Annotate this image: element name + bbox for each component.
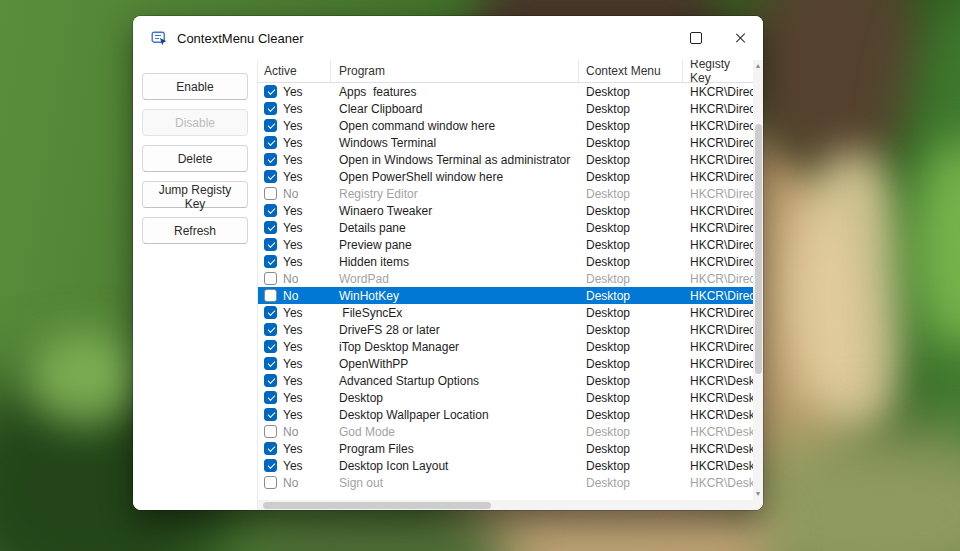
table-row[interactable]: Yes Clear Clipboard Desktop HKCR\Direct (258, 100, 753, 117)
column-header-registry-key[interactable]: Registy Key (683, 60, 753, 82)
table-row[interactable]: Yes Apps features Desktop HKCR\Direct (258, 83, 753, 100)
table-row[interactable]: Yes Open PowerShell window here Desktop … (258, 168, 753, 185)
active-checkbox[interactable] (264, 459, 277, 472)
active-cell: Yes (258, 357, 331, 371)
context-menu-cell: Desktop (579, 204, 683, 218)
active-checkbox[interactable] (264, 476, 277, 489)
active-checkbox[interactable] (264, 238, 277, 251)
column-header-active[interactable]: Active (258, 60, 331, 82)
column-header-program[interactable]: Program (331, 60, 579, 82)
table-row[interactable]: Yes DriveFS 28 or later Desktop HKCR\Dir… (258, 321, 753, 338)
active-label: No (283, 187, 298, 201)
active-label: Yes (283, 119, 303, 133)
active-label: Yes (283, 255, 303, 269)
table-row[interactable]: Yes Program Files Desktop HKCR\Deskt (258, 440, 753, 457)
program-cell: Desktop Icon Layout (331, 459, 579, 473)
active-cell: Yes (258, 306, 331, 320)
active-checkbox[interactable] (264, 204, 277, 217)
table-row[interactable]: Yes Open in Windows Terminal as administ… (258, 151, 753, 168)
registry-key-cell: HKCR\Deskt (683, 374, 753, 388)
program-cell: Apps features (331, 85, 579, 99)
active-cell: Yes (258, 119, 331, 133)
program-cell: God Mode (331, 425, 579, 439)
active-checkbox[interactable] (264, 272, 277, 285)
table-row[interactable]: Yes Desktop Icon Layout Desktop HKCR\Des… (258, 457, 753, 474)
context-menu-cell: Desktop (579, 272, 683, 286)
active-checkbox[interactable] (264, 323, 277, 336)
active-checkbox[interactable] (264, 289, 277, 302)
table-row[interactable]: Yes Desktop Wallpaper Location Desktop H… (258, 406, 753, 423)
active-checkbox[interactable] (264, 187, 277, 200)
table-row[interactable]: Yes Windows Terminal Desktop HKCR\Direct (258, 134, 753, 151)
table-row[interactable]: No WinHotKey Desktop HKCR\Direct (258, 287, 753, 304)
active-cell: Yes (258, 204, 331, 218)
active-checkbox[interactable] (264, 306, 277, 319)
scroll-up-icon[interactable]: ▲ (753, 61, 763, 71)
active-cell: No (258, 272, 331, 286)
active-checkbox[interactable] (264, 408, 277, 421)
active-label: Yes (283, 136, 303, 150)
active-checkbox[interactable] (264, 374, 277, 387)
table-row[interactable]: No Registry Editor Desktop HKCR\Direct (258, 185, 753, 202)
sidebar-button-jump-registy-key[interactable]: Jump Registy Key (142, 181, 248, 208)
table-row[interactable]: No WordPad Desktop HKCR\Direct (258, 270, 753, 287)
horizontal-scrollbar[interactable] (258, 500, 753, 510)
table-row[interactable]: No God Mode Desktop HKCR\Deskt (258, 423, 753, 440)
context-menu-cell: Desktop (579, 425, 683, 439)
program-cell: Open in Windows Terminal as administrato… (331, 153, 579, 167)
program-cell: Open PowerShell window here (331, 170, 579, 184)
registry-key-cell: HKCR\Direct (683, 85, 753, 99)
active-checkbox[interactable] (264, 425, 277, 438)
active-checkbox[interactable] (264, 102, 277, 115)
active-checkbox[interactable] (264, 136, 277, 149)
table-row[interactable]: Yes OpenWithPP Desktop HKCR\Direct (258, 355, 753, 372)
table-row[interactable]: Yes Hidden items Desktop HKCR\Direct (258, 253, 753, 270)
sidebar-button-enable[interactable]: Enable (142, 73, 248, 100)
sidebar-button-refresh[interactable]: Refresh (142, 217, 248, 244)
active-checkbox[interactable] (264, 357, 277, 370)
active-cell: Yes (258, 442, 331, 456)
program-cell: Hidden items (331, 255, 579, 269)
sidebar-button-disable: Disable (142, 109, 248, 136)
active-label: Yes (283, 408, 303, 422)
table-row[interactable]: Yes iTop Desktop Manager Desktop HKCR\Di… (258, 338, 753, 355)
vertical-scrollbar[interactable]: ▲ ▼ (753, 60, 763, 500)
active-checkbox[interactable] (264, 255, 277, 268)
registry-key-cell: HKCR\Deskt (683, 476, 753, 490)
program-cell: OpenWithPP (331, 357, 579, 371)
program-cell: Sign out (331, 476, 579, 490)
active-cell: Yes (258, 459, 331, 473)
table-row[interactable]: Yes Desktop Desktop HKCR\Deskt (258, 389, 753, 406)
active-cell: Yes (258, 136, 331, 150)
context-menu-cell: Desktop (579, 136, 683, 150)
close-button[interactable] (718, 16, 763, 60)
table-row[interactable]: Yes Advanced Startup Options Desktop HKC… (258, 372, 753, 389)
active-checkbox[interactable] (264, 170, 277, 183)
program-cell: Advanced Startup Options (331, 374, 579, 388)
active-checkbox[interactable] (264, 85, 277, 98)
sidebar-button-delete[interactable]: Delete (142, 145, 248, 172)
active-cell: Yes (258, 408, 331, 422)
maximize-button[interactable] (673, 16, 718, 60)
active-checkbox[interactable] (264, 340, 277, 353)
active-checkbox[interactable] (264, 391, 277, 404)
table-row[interactable]: Yes Preview pane Desktop HKCR\Direct (258, 236, 753, 253)
scroll-down-icon[interactable]: ▼ (753, 489, 763, 499)
column-header-context-menu[interactable]: Context Menu (579, 60, 683, 82)
active-label: Yes (283, 85, 303, 99)
active-checkbox[interactable] (264, 153, 277, 166)
context-menu-cell: Desktop (579, 459, 683, 473)
horizontal-scrollbar-thumb[interactable] (263, 502, 491, 509)
program-cell: Winaero Tweaker (331, 204, 579, 218)
table-row[interactable]: No Sign out Desktop HKCR\Deskt (258, 474, 753, 491)
vertical-scrollbar-thumb[interactable] (755, 124, 762, 374)
active-checkbox[interactable] (264, 119, 277, 132)
table-row[interactable]: Yes Open command window here Desktop HKC… (258, 117, 753, 134)
table-row[interactable]: Yes Winaero Tweaker Desktop HKCR\Direct (258, 202, 753, 219)
registry-key-cell: HKCR\Direct (683, 119, 753, 133)
table-row[interactable]: Yes FileSyncEx Desktop HKCR\Direct (258, 304, 753, 321)
table-row[interactable]: Yes Details pane Desktop HKCR\Direct (258, 219, 753, 236)
active-cell: Yes (258, 170, 331, 184)
active-checkbox[interactable] (264, 221, 277, 234)
active-checkbox[interactable] (264, 442, 277, 455)
